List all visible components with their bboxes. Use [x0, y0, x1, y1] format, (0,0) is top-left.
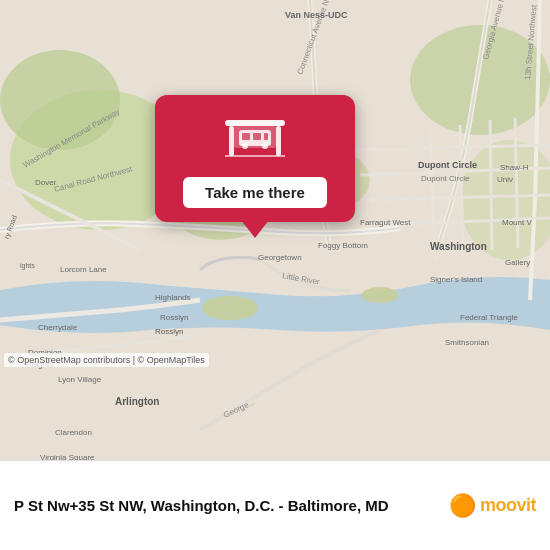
svg-text:Lyon Village: Lyon Village: [58, 375, 102, 384]
svg-text:Dupont Circle: Dupont Circle: [418, 160, 477, 170]
svg-rect-61: [264, 133, 268, 140]
svg-text:Dupont Circle: Dupont Circle: [421, 174, 470, 183]
app: Connecticut Avenue Northwest Georgia Ave…: [0, 0, 550, 550]
svg-text:Virginia Square: Virginia Square: [40, 453, 95, 460]
svg-text:Highlands: Highlands: [155, 293, 191, 302]
bus-stop-icon: [221, 114, 289, 164]
bus-icon-wrap: [219, 113, 291, 165]
svg-text:Washington: Washington: [430, 241, 487, 252]
svg-text:Gallery: Gallery: [505, 258, 530, 267]
bottom-bar: P St Nw+35 St NW, Washington, D.C. - Bal…: [0, 460, 550, 550]
svg-text:Univ: Univ: [497, 175, 513, 184]
svg-text:Rosslyn: Rosslyn: [160, 313, 188, 322]
svg-point-63: [262, 143, 268, 149]
svg-text:Mount V: Mount V: [502, 218, 532, 227]
svg-text:Clarendon: Clarendon: [55, 428, 92, 437]
svg-text:Signer's Island: Signer's Island: [430, 275, 482, 284]
svg-text:ights: ights: [20, 262, 35, 270]
svg-rect-59: [242, 133, 250, 140]
take-me-there-button[interactable]: Take me there: [183, 177, 327, 208]
svg-text:Van Ness-UDC: Van Ness-UDC: [285, 10, 348, 20]
svg-text:Shaw-H: Shaw-H: [500, 163, 529, 172]
svg-text:Arlington: Arlington: [115, 396, 159, 407]
svg-text:Lorcom Lane: Lorcom Lane: [60, 265, 107, 274]
moovit-orange-icon: 🟠: [449, 495, 476, 517]
svg-text:Farragut West: Farragut West: [360, 218, 411, 227]
svg-rect-54: [225, 120, 285, 126]
map-area[interactable]: Connecticut Avenue Northwest Georgia Ave…: [0, 0, 550, 460]
map-svg: Connecticut Avenue Northwest Georgia Ave…: [0, 0, 550, 460]
location-text: P St Nw+35 St NW, Washington, D.C. - Bal…: [14, 495, 439, 516]
popup-card: Take me there: [155, 95, 355, 222]
svg-text:Georgetown: Georgetown: [258, 253, 302, 262]
svg-rect-55: [229, 126, 234, 156]
copyright-text: © OpenStreetMap contributors | © OpenMap…: [4, 353, 209, 367]
svg-rect-60: [253, 133, 261, 140]
svg-point-62: [242, 143, 248, 149]
moovit-wordmark: moovit: [480, 495, 536, 516]
moovit-logo: 🟠 moovit: [449, 495, 536, 517]
svg-line-15: [490, 120, 492, 250]
svg-rect-56: [276, 126, 281, 156]
svg-point-7: [202, 296, 258, 320]
svg-text:Rosslyn: Rosslyn: [155, 327, 183, 336]
svg-text:Foggy Bottom: Foggy Bottom: [318, 241, 368, 250]
svg-text:Smithsonian: Smithsonian: [445, 338, 489, 347]
svg-text:Federal Triangle: Federal Triangle: [460, 313, 518, 322]
svg-point-2: [0, 50, 120, 150]
location-title: P St Nw+35 St NW, Washington, D.C. - Bal…: [14, 495, 439, 516]
svg-point-8: [362, 287, 398, 303]
svg-text:Cherrydale: Cherrydale: [38, 323, 78, 332]
